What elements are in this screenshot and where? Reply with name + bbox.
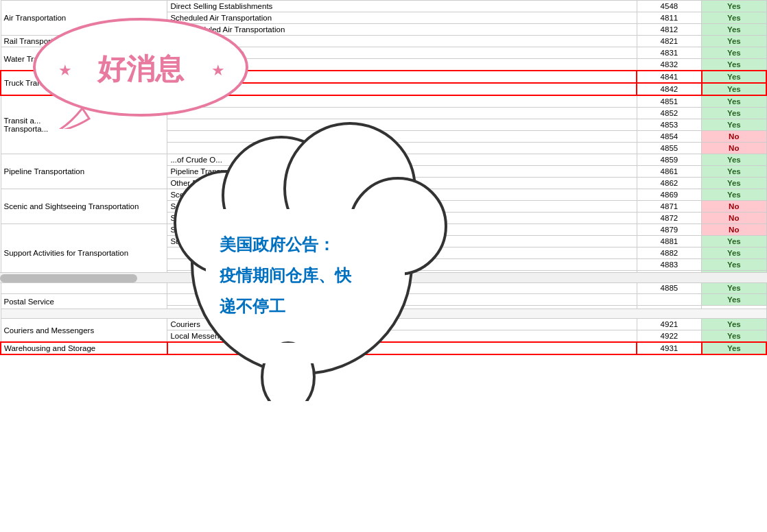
status-cell: No [702,224,766,236]
code-cell: 4872 [637,213,701,224]
code-cell: 4821 [637,36,701,47]
svg-text:★: ★ [58,62,72,79]
code-cell [637,294,701,306]
code-cell: 4548 [637,1,701,12]
table-row: Air Transportation Direct Selling Establ… [1,1,766,12]
code-cell: 4885 [637,282,701,294]
status-cell: Yes [702,83,766,95]
status-cell: Yes [702,95,766,108]
status-cell: Yes [702,59,766,71]
status-cell: Yes [702,319,766,330]
status-cell: Yes [702,282,766,294]
code-cell: 4841 [637,71,701,83]
code-cell: 4921 [637,319,701,330]
code-cell: 4853 [637,119,701,131]
status-cell: Yes [702,178,766,189]
status-cell: Yes [702,1,766,12]
code-cell: 4842 [637,83,701,95]
code-cell: 4922 [637,330,701,343]
code-cell: 4871 [637,201,701,213]
status-cell: Yes [702,330,766,343]
code-cell: 4859 [637,154,701,166]
code-cell: 4869 [637,189,701,201]
code-cell: 4861 [637,166,701,178]
code-cell: 4883 [637,259,701,271]
sub-cell: Direct Selling Establishments [167,1,637,12]
good-news-bubble-svg: ★ ★ 好消息 [27,12,254,129]
status-cell: Yes [702,36,766,47]
svg-text:★: ★ [211,62,225,79]
code-cell: 4931 [637,342,701,354]
status-cell: Yes [702,47,766,59]
svg-text:递不停工: 递不停工 [220,297,285,315]
code-cell: 4812 [637,24,701,36]
status-cell: Yes [702,247,766,259]
status-cell: Yes [702,154,766,166]
status-cell: No [702,131,766,143]
code-cell: 4831 [637,47,701,59]
svg-text:好消息: 好消息 [97,53,185,85]
code-cell: 4852 [637,108,701,119]
scrollbar-thumb[interactable] [0,274,137,282]
status-cell: Yes [702,189,766,201]
status-cell: Yes [702,166,766,178]
status-cell: Yes [702,236,766,247]
status-cell: No [702,213,766,224]
announcement-bubble: 美国政府公告： 疫情期间仓库、快 递不停工 [137,106,467,403]
status-cell: Yes [702,24,766,36]
svg-text:疫情期间仓库、快: 疫情期间仓库、快 [219,266,352,285]
code-cell: 4882 [637,247,701,259]
status-cell: Yes [702,71,766,83]
code-cell: 4811 [637,12,701,24]
status-cell: Yes [702,294,766,306]
status-cell: Yes [702,108,766,119]
status-cell: No [702,143,766,154]
code-cell: 4862 [637,178,701,189]
status-cell: Yes [702,342,766,354]
code-cell: 4881 [637,236,701,247]
announcement-bubble-svg: 美国政府公告： 疫情期间仓库、快 递不停工 [137,106,467,401]
svg-text:美国政府公告：: 美国政府公告： [219,235,335,254]
status-cell: Yes [702,12,766,24]
code-cell: 4851 [637,95,701,108]
main-container: Air Transportation Direct Selling Establ… [0,0,767,355]
code-cell: 4854 [637,131,701,143]
svg-rect-11 [261,343,319,363]
code-cell: 4855 [637,143,701,154]
status-cell: Yes [702,259,766,271]
status-cell: Yes [702,119,766,131]
good-news-bubble: ★ ★ 好消息 [27,12,254,131]
status-cell: No [702,201,766,213]
code-cell: 4879 [637,224,701,236]
code-cell: 4832 [637,59,701,71]
